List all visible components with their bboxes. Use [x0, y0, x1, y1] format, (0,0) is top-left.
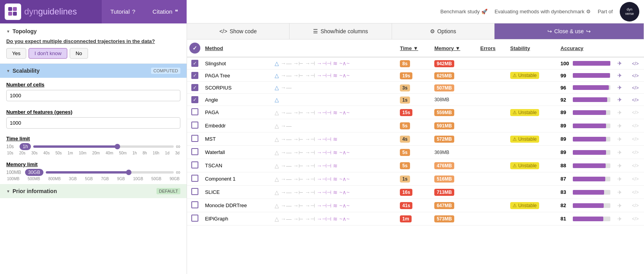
row-check[interactable] — [187, 186, 203, 199]
row-check[interactable] — [187, 212, 203, 226]
row-check[interactable] — [187, 119, 203, 133]
close-use-button[interactable]: ↪ Close & use ↪ — [495, 23, 644, 39]
row-action-code[interactable]: </> — [627, 119, 644, 133]
code-icon[interactable]: </> — [632, 85, 639, 91]
row-action-code[interactable]: </> — [627, 172, 644, 186]
citation-button[interactable]: Citation ❝ — [144, 0, 187, 23]
evaluating-methods-link[interactable]: Evaluating methods with dynbenchmark ⚙ — [495, 9, 591, 14]
send-icon[interactable]: ✈ — [617, 176, 622, 182]
row-action-code[interactable]: </> — [627, 199, 644, 212]
send-icon[interactable]: ✈ — [617, 149, 622, 156]
code-icon[interactable]: </> — [632, 176, 639, 182]
row-check[interactable] — [187, 159, 203, 172]
check-all[interactable]: ✓ — [189, 43, 200, 54]
benchmark-study-link[interactable]: Benchmark study 🚀 — [440, 9, 487, 14]
row-action-send[interactable]: ✈ — [613, 119, 627, 133]
row-check[interactable] — [187, 106, 203, 119]
row-check[interactable]: ✓ — [187, 57, 203, 70]
send-icon[interactable]: ✈ — [617, 123, 622, 129]
row-check[interactable] — [187, 199, 203, 212]
row-action-send[interactable]: ✈ — [613, 106, 627, 119]
code-icon[interactable]: </> — [632, 61, 639, 66]
th-method[interactable]: Method — [203, 39, 272, 57]
th-errors[interactable]: Errors — [478, 39, 508, 57]
code-icon[interactable]: </> — [632, 190, 639, 195]
tutorial-button[interactable]: Tutorial ? — [102, 0, 144, 23]
checkbox[interactable] — [191, 161, 198, 168]
row-check[interactable] — [187, 133, 203, 146]
checkbox[interactable] — [191, 108, 198, 115]
show-hide-columns-button[interactable]: ☰ Show/hide columns — [290, 23, 392, 39]
send-icon[interactable]: ✈ — [617, 60, 622, 66]
code-icon[interactable]: </> — [632, 136, 639, 142]
checkbox[interactable] — [191, 148, 198, 155]
cells-input[interactable] — [6, 90, 180, 101]
row-action-code[interactable]: </> — [627, 146, 644, 159]
checkbox[interactable] — [191, 215, 198, 222]
row-check[interactable] — [187, 146, 203, 159]
code-icon[interactable]: </> — [632, 150, 639, 155]
checkbox[interactable]: ✓ — [191, 60, 198, 67]
send-icon[interactable]: ✈ — [617, 97, 622, 103]
row-action-send[interactable]: ✈ — [613, 199, 627, 212]
row-action-code[interactable]: </> — [627, 70, 644, 82]
row-action-send[interactable]: ✈ — [613, 172, 627, 186]
row-check[interactable] — [187, 172, 203, 186]
checkbox[interactable] — [191, 122, 198, 129]
row-action-send[interactable]: ✈ — [613, 186, 627, 199]
send-icon[interactable]: ✈ — [617, 163, 622, 169]
checkbox[interactable]: ✓ — [191, 72, 198, 79]
topology-header[interactable]: ▼ Topology — [6, 28, 180, 34]
option-dont-know[interactable]: I don't know — [29, 48, 67, 59]
th-stability[interactable]: Stability — [508, 39, 558, 57]
code-icon[interactable]: </> — [632, 97, 639, 103]
genes-input[interactable] — [6, 117, 180, 129]
option-yes[interactable]: Yes — [6, 48, 26, 59]
code-icon[interactable]: </> — [632, 216, 639, 222]
time-slider-track[interactable] — [33, 145, 173, 148]
options-button[interactable]: ⚙ Options — [392, 23, 495, 39]
send-icon[interactable]: ✈ — [617, 109, 622, 116]
row-action-send[interactable]: ✈ — [613, 94, 627, 106]
row-action-send[interactable]: ✈ — [613, 159, 627, 172]
row-action-code[interactable]: </> — [627, 94, 644, 106]
send-icon[interactable]: ✈ — [617, 136, 622, 142]
row-check[interactable]: ✓ — [187, 70, 203, 82]
checkbox[interactable]: ✓ — [191, 96, 198, 103]
send-icon[interactable]: ✈ — [617, 202, 622, 209]
send-icon[interactable]: ✈ — [617, 84, 622, 91]
checkbox[interactable]: ✓ — [191, 84, 198, 91]
row-action-code[interactable]: </> — [627, 106, 644, 119]
checkbox[interactable] — [191, 135, 198, 142]
show-code-button[interactable]: </> Show code — [187, 23, 290, 39]
row-action-code[interactable]: </> — [627, 133, 644, 146]
row-check[interactable]: ✓ — [187, 94, 203, 106]
prior-header[interactable]: ▼ Prior information — [6, 188, 57, 194]
th-accuracy[interactable]: Accuracy — [558, 39, 613, 57]
row-action-code[interactable]: </> — [627, 212, 644, 226]
row-action-send[interactable]: ✈ — [613, 70, 627, 82]
scalability-header-label[interactable]: ▼ Scalability — [6, 68, 40, 74]
checkbox[interactable] — [191, 175, 198, 182]
row-action-code[interactable]: </> — [627, 57, 644, 70]
option-no[interactable]: No — [70, 48, 88, 59]
checkbox[interactable] — [191, 188, 198, 195]
code-icon[interactable]: </> — [632, 73, 639, 79]
row-action-send[interactable]: ✈ — [613, 212, 627, 226]
row-action-code[interactable]: </> — [627, 82, 644, 94]
memory-slider-track[interactable] — [46, 171, 174, 174]
th-time[interactable]: Time ▼ — [398, 39, 432, 57]
code-icon[interactable]: </> — [632, 123, 639, 129]
row-action-code[interactable]: </> — [627, 186, 644, 199]
send-icon[interactable]: ✈ — [617, 189, 622, 195]
send-icon[interactable]: ✈ — [617, 216, 622, 222]
row-action-code[interactable]: </> — [627, 159, 644, 172]
row-action-send[interactable]: ✈ — [613, 146, 627, 159]
send-icon[interactable]: ✈ — [617, 72, 622, 79]
row-action-send[interactable]: ✈ — [613, 82, 627, 94]
checkbox[interactable] — [191, 201, 198, 208]
th-memory[interactable]: Memory ▼ — [432, 39, 478, 57]
row-action-send[interactable]: ✈ — [613, 133, 627, 146]
code-icon[interactable]: </> — [632, 163, 639, 168]
row-action-send[interactable]: ✈ — [613, 57, 627, 70]
